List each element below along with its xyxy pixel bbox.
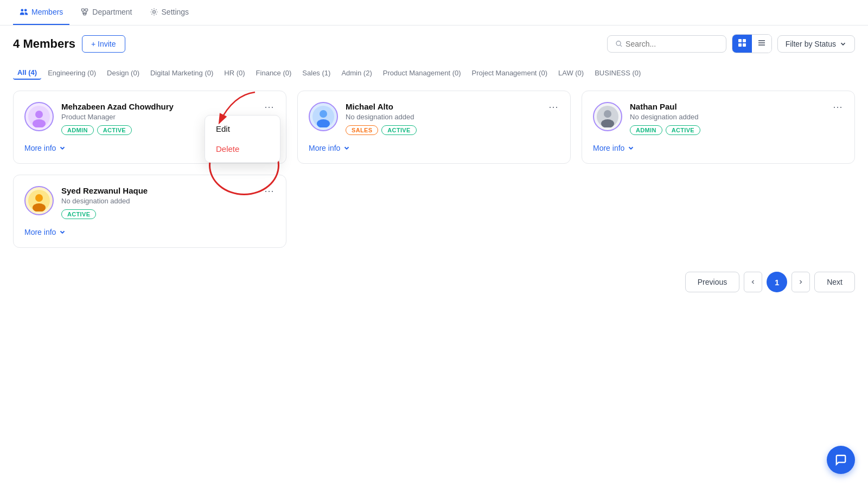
member-designation-syed: No designation added (61, 197, 275, 205)
svg-point-6 (152, 11, 155, 14)
pagination: Previous 1 Next (0, 259, 868, 292)
svg-rect-9 (738, 39, 742, 42)
page-number-1[interactable]: 1 (767, 272, 787, 292)
chevron-down-icon (839, 40, 847, 48)
search-box (607, 35, 726, 53)
filter-button[interactable]: Filter by Status (777, 35, 855, 53)
invite-button[interactable]: + Invite (82, 35, 125, 53)
chevron-down-icon (59, 144, 66, 152)
member-designation-nathan: No designation added (630, 113, 844, 121)
member-designation-michael: No designation added (346, 113, 559, 121)
filter-tab-design[interactable]: Design (0) (103, 67, 144, 79)
next-button[interactable]: Next (814, 272, 855, 292)
card-info: Michael Alto No designation added SALES … (346, 102, 559, 135)
three-dots-button-nathan[interactable]: ⋯ (829, 100, 846, 114)
previous-button[interactable]: Previous (685, 272, 739, 292)
dropdown-edit[interactable]: Edit (205, 119, 280, 139)
filter-tab-business[interactable]: BUSINESS (0) (590, 67, 645, 79)
badge-admin: ADMIN (630, 125, 662, 135)
avatar-nathan (593, 102, 622, 131)
badges-michael: SALES ACTIVE (346, 125, 559, 135)
dropdown-menu-mehzabeen: Edit Delete (205, 115, 280, 163)
member-card-michael: Michael Alto No designation added SALES … (297, 91, 571, 164)
top-navigation: Members Department Settings (0, 0, 868, 25)
filter-tab-hr[interactable]: HR (0) (220, 67, 249, 79)
cards-grid-row1: Mehzabeen Azad Chowdhury Product Manager… (0, 80, 868, 175)
badge-admin: ADMIN (61, 125, 94, 135)
page-nav-prev[interactable] (744, 272, 762, 292)
filter-tab-admin[interactable]: Admin (2) (337, 67, 376, 79)
view-toggle (732, 34, 772, 53)
dropdown-delete[interactable]: Delete (205, 139, 280, 159)
avatar-mehzabeen (24, 102, 54, 131)
more-info-button-michael[interactable]: More info (309, 144, 350, 152)
avatar-image (28, 106, 50, 127)
badge-active: ACTIVE (97, 125, 132, 135)
tab-members[interactable]: Members (13, 0, 69, 25)
avatar-syed (24, 186, 54, 215)
badge-active: ACTIVE (381, 125, 416, 135)
filter-tab-digital-marketing[interactable]: Digital Marketing (0) (146, 67, 218, 79)
avatar-image (597, 106, 618, 127)
svg-line-8 (620, 45, 622, 47)
svg-point-20 (320, 110, 327, 118)
card-top: Michael Alto No designation added SALES … (309, 102, 559, 135)
more-info-button-syed[interactable]: More info (24, 228, 66, 236)
three-dots-button-syed[interactable]: ⋯ (261, 184, 277, 198)
grid-view-button[interactable] (732, 35, 752, 53)
member-name-mehzabeen: Mehzabeen Azad Chowdhury (61, 102, 275, 111)
member-count: 4 Members (13, 37, 75, 51)
member-card-nathan: Nathan Paul No designation added ADMIN A… (582, 91, 855, 164)
member-card-syed: Syed Rezwanul Haque No designation added… (13, 175, 286, 248)
svg-point-26 (35, 194, 43, 202)
cards-grid-row2: Syed Rezwanul Haque No designation added… (0, 175, 868, 259)
more-info-button-nathan[interactable]: More info (593, 144, 635, 152)
chevron-down-icon (343, 144, 350, 152)
avatar-image (28, 190, 50, 212)
member-card-mehzabeen: Mehzabeen Azad Chowdhury Product Manager… (13, 91, 286, 164)
filter-tab-finance[interactable]: Finance (0) (252, 67, 296, 79)
badge-active: ACTIVE (61, 209, 96, 219)
search-input[interactable] (626, 40, 718, 48)
page-nav-next[interactable] (792, 272, 810, 292)
svg-rect-12 (743, 43, 746, 47)
badge-sales: SALES (346, 125, 378, 135)
header-row: 4 Members + Invite Filter by Status (0, 25, 868, 62)
tab-settings[interactable]: Settings (143, 0, 196, 25)
filter-tab-engineering[interactable]: Engineering (0) (43, 67, 100, 79)
badges-nathan: ADMIN ACTIVE (630, 125, 844, 135)
card-info: Nathan Paul No designation added ADMIN A… (630, 102, 844, 135)
card-top: Nathan Paul No designation added ADMIN A… (593, 102, 844, 135)
card-info: Syed Rezwanul Haque No designation added… (61, 186, 275, 219)
member-name-syed: Syed Rezwanul Haque (61, 186, 275, 195)
filter-tab-project-management[interactable]: Project Management (0) (468, 67, 552, 79)
svg-rect-10 (743, 39, 746, 42)
tab-department[interactable]: Department (74, 0, 138, 25)
three-dots-button-michael[interactable]: ⋯ (545, 100, 561, 114)
svg-rect-0 (82, 9, 85, 11)
svg-point-7 (616, 41, 621, 46)
three-dots-button-mehzabeen[interactable]: ⋯ (261, 100, 277, 114)
grid-icon (738, 39, 746, 47)
header-left: 4 Members + Invite (13, 35, 125, 53)
chevron-down-icon (59, 228, 66, 236)
avatar-image (312, 106, 334, 127)
chevron-left-icon (750, 279, 756, 285)
svg-point-23 (604, 110, 611, 118)
list-icon (757, 39, 766, 47)
filter-tab-all[interactable]: All (4) (13, 66, 41, 80)
filter-tab-sales[interactable]: Sales (1) (298, 67, 335, 79)
card-top: Syed Rezwanul Haque No designation added… (24, 186, 275, 219)
search-icon (615, 40, 622, 48)
list-view-button[interactable] (752, 35, 771, 53)
filter-tab-law[interactable]: LAW (0) (554, 67, 588, 79)
filter-tab-product-management[interactable]: Product Management (0) (379, 67, 465, 79)
header-right: Filter by Status (607, 34, 855, 53)
badges-syed: ACTIVE (61, 209, 275, 219)
more-info-button-mehzabeen[interactable]: More info (24, 144, 66, 152)
avatar-michael (309, 102, 338, 131)
chevron-down-icon (627, 144, 635, 152)
member-name-michael: Michael Alto (346, 102, 559, 111)
member-name-nathan: Nathan Paul (630, 102, 844, 111)
svg-rect-1 (85, 9, 88, 11)
